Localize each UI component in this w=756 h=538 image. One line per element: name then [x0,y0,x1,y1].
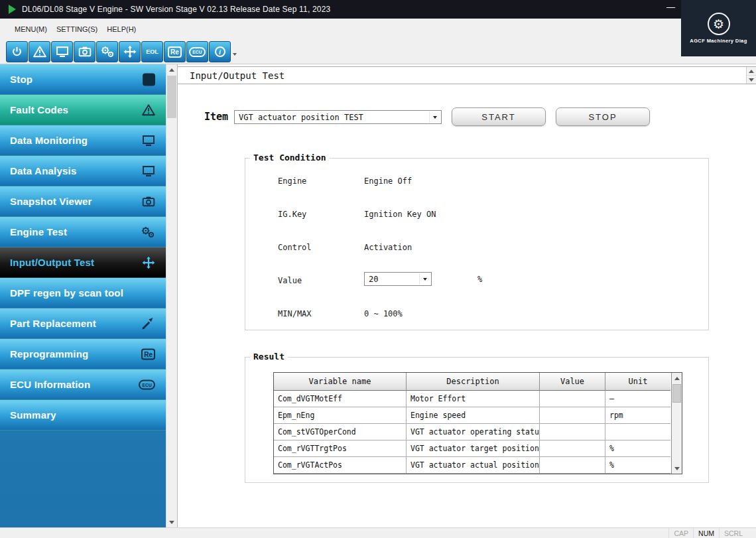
toolbar-ecu-info-button[interactable]: ECU [186,41,208,62]
condition-row: EngineEngine Off [245,173,708,190]
eol-icon: EOL [146,48,158,55]
table-cell [540,391,605,407]
sidebar-item-reprogramming[interactable]: ReprogrammingRe [0,339,166,370]
monitor-icon [142,134,155,147]
sidebar-item-input-output-test[interactable]: Input/Output Test [0,247,166,278]
start-button[interactable]: START [452,107,546,126]
table-cell [540,424,605,440]
scroll-up-icon[interactable] [747,67,756,76]
sidebar-scrollbar[interactable] [166,64,177,527]
table-cell: rpm [605,407,670,424]
toolbar-snapshot-button[interactable] [74,41,95,62]
toolbar-io-test-button[interactable] [119,41,141,62]
condition-label: IG.Key [278,210,306,219]
scroll-down-icon[interactable] [672,463,682,474]
toolbar: EOLReECUi [0,40,756,64]
toolbar-info-button[interactable]: i [209,41,231,62]
table-scrollbar[interactable] [671,373,682,474]
table-cell: Com_rVGTTrgtPos [274,440,407,457]
sidebar-item-label: ECU Information [10,379,90,390]
stop-button[interactable]: STOP [556,107,650,126]
move-icon [123,45,137,58]
camera-icon [78,45,92,58]
toolbar-eol-button[interactable]: EOL [141,41,163,62]
scroll-down-icon[interactable] [166,517,177,527]
table-cell: Com_dVGTMotEff [274,391,407,407]
toolbar-data-monitoring-button[interactable] [51,41,73,62]
table-cell [540,457,605,474]
table-cell: – [605,391,670,407]
table-cell: Com_rVGTActPos [274,457,407,474]
sidebar: StopFault CodesData MonitoringData Analy… [0,64,166,527]
sidebar-item-label: Data Analysis [10,165,76,176]
condition-label: Engine [278,176,306,186]
sidebar-item-data-analysis[interactable]: Data Analysis [0,156,166,186]
menu-item-help[interactable]: HELP(H) [107,25,136,33]
table-cell: VGT actuator target position [407,440,540,457]
value-select[interactable]: 20 [364,272,432,286]
table-cell [605,424,670,440]
monitor-icon [56,45,69,58]
table-row[interactable]: Com_rVGTActPosVGT actuator actual positi… [274,457,682,474]
table-row[interactable]: Com_dVGTMotEffMotor Effort– [274,391,682,407]
window-title: DL06/DL08 Stage V Engine - SW Version St… [22,5,330,14]
condition-suffix: % [477,275,482,284]
table-cell [540,440,605,457]
table-cell: Motor Effort [407,391,540,407]
scrollbar-thumb[interactable] [672,384,681,403]
content-scrollbar[interactable] [746,67,756,84]
condition-label: MIN/MAX [278,309,312,318]
condition-value: Activation [364,243,412,252]
gear-logo-icon: ⚙ [708,13,730,35]
scroll-up-icon[interactable] [672,373,682,383]
warning-icon [33,45,46,58]
toolbar-reprogramming-button[interactable]: Re [164,41,186,62]
column-header: Variable name [274,373,407,391]
menu-item-menu[interactable]: MENU(M) [15,25,47,33]
test-condition-group: Test Condition EngineEngine OffIG.KeyIgn… [245,158,709,330]
column-header: Unit [605,373,670,391]
table-cell: Epm_nEng [274,407,407,424]
stop-icon [143,73,155,86]
monitor-icon [142,165,155,178]
table-cell [540,407,605,424]
toolbar-power-button[interactable] [6,41,28,62]
table-row[interactable]: Com_rVGTTrgtPosVGT actuator target posit… [274,440,682,457]
condition-value: Ignition Key ON [364,210,436,219]
table-row[interactable]: Com_stVGTOperCondVGT actuator operating … [274,424,682,440]
toolbar-engine-test-button[interactable] [96,41,118,62]
sidebar-item-summary[interactable]: Summary [0,400,166,431]
scroll-up-icon[interactable] [166,64,177,75]
sidebar-item-label: Input/Output Test [10,257,94,268]
scroll-down-icon[interactable] [747,76,756,84]
scrollbar-thumb[interactable] [167,76,176,118]
sidebar-item-label: Snapshot Viewer [10,196,92,207]
sidebar-item-dpf-regen[interactable]: DPF regen by scan tool [0,278,166,308]
ecu-icon: ECU [139,379,155,389]
table-cell: % [605,457,670,474]
sidebar-item-data-monitoring[interactable]: Data Monitoring [0,125,166,156]
brand-logo: ⚙ AGCF Machinery Diag [681,0,756,56]
condition-value: Engine Off [364,176,412,186]
chevron-down-icon [429,111,440,123]
menu-item-settings[interactable]: SETTING(S) [56,25,97,33]
sidebar-item-part-replacement[interactable]: Part Replacement [0,308,166,339]
minimize-button[interactable]: — [666,2,675,12]
sidebar-item-fault-codes[interactable]: Fault Codes [0,95,166,125]
status-num: NUM [693,528,719,538]
sidebar-item-snapshot-viewer[interactable]: Snapshot Viewer [0,186,166,217]
result-table: Variable nameDescriptionValueUnit Com_dV… [273,372,682,474]
app-icon [9,5,16,14]
condition-row: MIN/MAX0 ~ 100% [245,306,708,323]
gears-icon [141,225,155,239]
item-label: Item [204,111,228,123]
sidebar-item-label: Data Monitoring [10,135,88,146]
sidebar-item-engine-test[interactable]: Engine Test [0,217,166,247]
table-cell: VGT actuator actual position [407,457,540,474]
table-row[interactable]: Epm_nEngEngine speedrpm [274,407,682,424]
sidebar-item-stop[interactable]: Stop [0,64,166,95]
sidebar-item-ecu-information[interactable]: ECU InformationECU [0,370,166,400]
condition-label: Value [278,276,302,285]
test-item-select[interactable]: VGT actuator position TEST [234,110,442,124]
toolbar-fault-codes-button[interactable] [29,41,50,62]
